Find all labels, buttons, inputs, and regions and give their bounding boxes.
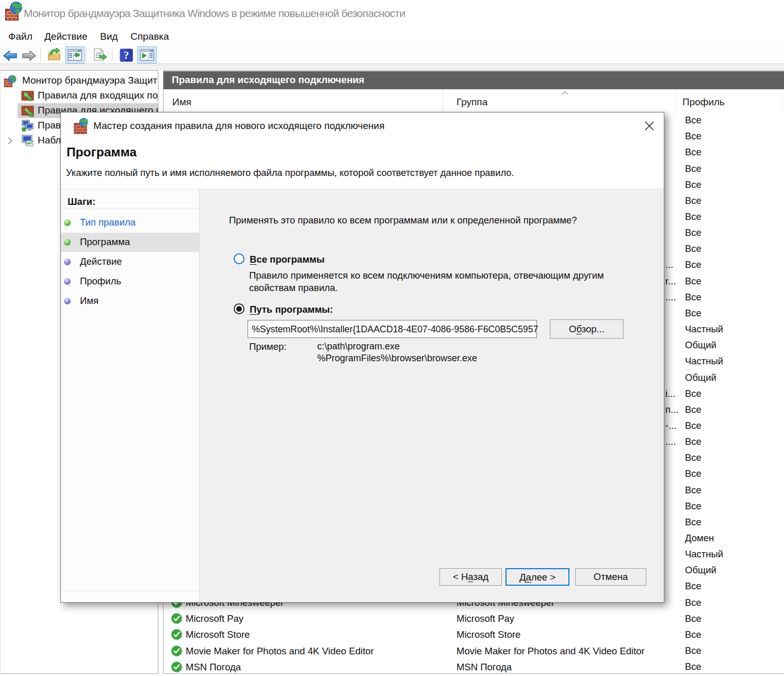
svg-text:?: ?	[124, 50, 129, 61]
